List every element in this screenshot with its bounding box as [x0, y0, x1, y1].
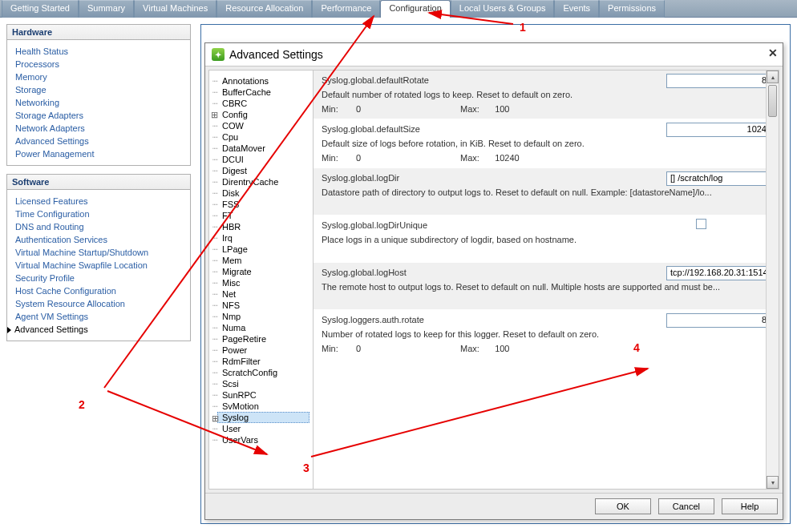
sidebar-item-agent-vm-settings[interactable]: Agent VM Settings: [15, 310, 182, 323]
sidebar-item-dns-and-routing[interactable]: DNS and Routing: [15, 220, 182, 233]
setting-description: Datastore path of directory to output lo…: [322, 187, 771, 197]
scroll-up-icon[interactable]: ▴: [767, 71, 779, 83]
sidebar-item-security-profile[interactable]: Security Profile: [15, 272, 182, 284]
tree-item-syslog[interactable]: Syslog: [217, 412, 309, 423]
tree-item-scratchconfig[interactable]: ScratchConfig: [217, 367, 309, 378]
tab-permissions[interactable]: Permissions: [599, 0, 665, 18]
setting-syslog-global-defaultsize: Syslog.global.defaultSize1024Default siz…: [314, 119, 779, 168]
annotation-1: 1: [520, 21, 526, 34]
tree-item-lpage[interactable]: LPage: [217, 244, 309, 255]
settings-tree[interactable]: AnnotationsBufferCacheCBRCConfigCOWCpuDa…: [209, 71, 314, 489]
scroll-thumb[interactable]: [768, 85, 777, 117]
sidebar-item-licensed-features[interactable]: Licensed Features: [15, 195, 182, 208]
tree-item-hbr[interactable]: HBR: [217, 221, 309, 232]
setting-minmax: Min: 0Max: 10240: [322, 153, 771, 163]
sidebar-item-storage[interactable]: Storage: [15, 83, 182, 96]
tree-item-mem[interactable]: Mem: [217, 255, 309, 266]
software-header: Software: [7, 175, 190, 190]
setting-input[interactable]: tcp://192.168.20.31:1514: [666, 266, 771, 280]
sidebar-item-advanced-settings[interactable]: Advanced Settings: [7, 323, 182, 336]
tree-item-disk[interactable]: Disk: [217, 187, 309, 199]
tree-item-nmp[interactable]: Nmp: [217, 311, 309, 322]
sidebar-item-health-status[interactable]: Health Status: [15, 45, 182, 58]
tab-virtual-machines[interactable]: Virtual Machines: [134, 0, 216, 18]
sidebar-item-time-configuration[interactable]: Time Configuration: [15, 208, 182, 220]
sidebar-item-advanced-settings[interactable]: Advanced Settings: [15, 135, 182, 147]
sidebar-item-network-adapters[interactable]: Network Adapters: [15, 122, 182, 135]
tab-events[interactable]: Events: [554, 0, 599, 18]
setting-input[interactable]: 8: [666, 313, 771, 328]
tree-item-migrate[interactable]: Migrate: [217, 266, 309, 277]
tree-item-sunrpc[interactable]: SunRPC: [217, 389, 309, 401]
tab-local-users-groups[interactable]: Local Users & Groups: [451, 0, 555, 18]
sidebar-item-host-cache-configuration[interactable]: Host Cache Configuration: [15, 284, 182, 297]
sidebar-item-storage-adapters[interactable]: Storage Adapters: [15, 109, 182, 122]
tree-item-buffercache[interactable]: BufferCache: [217, 87, 309, 98]
sidebar-item-system-resource-allocation[interactable]: System Resource Allocation: [15, 297, 182, 310]
tree-item-numa[interactable]: Numa: [217, 322, 309, 333]
tree-item-nfs[interactable]: NFS: [217, 300, 309, 311]
setting-description: Default size of logs before rotation, in…: [322, 139, 771, 148]
setting-input[interactable]: 8: [666, 74, 771, 88]
esxi-icon: ✦: [212, 48, 225, 61]
tree-item-net[interactable]: Net: [217, 288, 309, 300]
scrollbar[interactable]: ▴ ▾: [766, 71, 779, 489]
tree-item-cow[interactable]: COW: [217, 120, 309, 131]
sidebar-item-processors[interactable]: Processors: [15, 58, 182, 71]
tree-item-cpu[interactable]: Cpu: [217, 131, 309, 143]
setting-description: Default number of rotated logs to keep. …: [322, 90, 771, 99]
dialog-buttons: OK Cancel Help: [205, 493, 783, 519]
tree-item-direntrycache[interactable]: DirentryCache: [217, 176, 309, 187]
tree-item-fss[interactable]: FSS: [217, 199, 309, 210]
setting-input[interactable]: 1024: [666, 123, 771, 137]
tree-item-ft[interactable]: FT: [217, 210, 309, 221]
setting-input[interactable]: [] /scratch/log: [666, 171, 771, 186]
close-icon[interactable]: ✕: [768, 46, 778, 59]
annotation-2: 2: [79, 398, 85, 411]
tree-item-datamover[interactable]: DataMover: [217, 143, 309, 154]
sidebar-item-networking[interactable]: Networking: [15, 96, 182, 109]
annotation-4: 4: [633, 341, 640, 354]
tree-item-uservars[interactable]: UserVars: [217, 434, 309, 445]
cancel-button[interactable]: Cancel: [658, 498, 714, 514]
content-area: ✦ Advanced Settings ✕ AnnotationsBufferC…: [200, 24, 791, 524]
setting-description: Place logs in a unique subdirectory of l…: [322, 235, 771, 244]
tree-item-rdmfilter[interactable]: RdmFilter: [217, 356, 309, 367]
sidebar-item-power-management[interactable]: Power Management: [15, 147, 182, 160]
tree-item-power[interactable]: Power: [217, 345, 309, 356]
hardware-header: Hardware: [7, 25, 190, 40]
scroll-down-icon[interactable]: ▾: [767, 476, 779, 489]
tree-item-pageretire[interactable]: PageRetire: [217, 333, 309, 345]
tab-resource-allocation[interactable]: Resource Allocation: [216, 0, 312, 18]
sidebar-item-virtual-machine-startup-shutdown[interactable]: Virtual Machine Startup/Shutdown: [15, 246, 182, 259]
tab-bar: Getting StartedSummaryVirtual MachinesRe…: [0, 0, 797, 18]
tree-item-scsi[interactable]: Scsi: [217, 378, 309, 389]
tab-summary[interactable]: Summary: [79, 0, 134, 18]
setting-syslog-loggers-auth-rotate: Syslog.loggers.auth.rotate8Number of rot…: [314, 310, 779, 359]
ok-button[interactable]: OK: [595, 498, 651, 514]
sidebar-item-authentication-services[interactable]: Authentication Services: [15, 233, 182, 246]
setting-checkbox[interactable]: [696, 219, 706, 229]
sidebar-item-virtual-machine-swapfile-location[interactable]: Virtual Machine Swapfile Location: [15, 259, 182, 272]
tree-item-user[interactable]: User: [217, 423, 309, 434]
tree-item-cbrc[interactable]: CBRC: [217, 98, 309, 109]
tab-performance[interactable]: Performance: [312, 0, 380, 18]
dialog-header: ✦ Advanced Settings ✕: [205, 43, 783, 66]
tab-getting-started[interactable]: Getting Started: [2, 0, 79, 18]
setting-description: The remote host to output logs to. Reset…: [322, 282, 771, 292]
tree-item-digest[interactable]: Digest: [217, 165, 309, 176]
tree-item-misc[interactable]: Misc: [217, 277, 309, 288]
setting-syslog-global-logdir: Syslog.global.logDir[] /scratch/logDatas…: [314, 168, 779, 216]
sidebar-item-memory[interactable]: Memory: [15, 71, 182, 83]
tree-item-config[interactable]: Config: [217, 109, 309, 120]
help-button[interactable]: Help: [722, 498, 778, 514]
tab-configuration[interactable]: Configuration: [380, 0, 450, 18]
tree-item-annotations[interactable]: Annotations: [217, 75, 309, 87]
tree-item-svmotion[interactable]: SvMotion: [217, 401, 309, 412]
annotation-3: 3: [303, 461, 309, 474]
tree-item-irq[interactable]: Irq: [217, 232, 309, 244]
setting-syslog-global-defaultrotate: Syslog.global.defaultRotate8Default numb…: [314, 71, 779, 119]
dialog-title: Advanced Settings: [229, 48, 323, 61]
tree-item-dcui[interactable]: DCUI: [217, 154, 309, 165]
settings-pane: Syslog.global.defaultRotate8Default numb…: [314, 71, 779, 489]
